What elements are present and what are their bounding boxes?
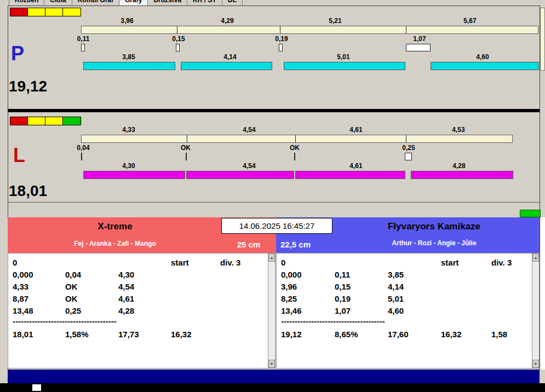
lane-p-dog-time: 4,14 xyxy=(208,53,252,61)
status-bar xyxy=(8,370,540,383)
lane-p-dog-time: 5,01 xyxy=(322,53,365,61)
lane-l-cumulative-time: 4,33 xyxy=(107,126,151,134)
crossing-marker xyxy=(81,44,85,51)
lane-l-status-lights xyxy=(10,117,81,125)
bottom-black-bar xyxy=(0,383,545,392)
team-right-jump-height: 22,5 cm xyxy=(280,240,311,249)
table-cell: OK xyxy=(65,293,118,305)
table-cell: 0 xyxy=(281,257,335,269)
lane-l-timeline-bar xyxy=(81,135,513,143)
status-light xyxy=(10,8,28,16)
lane-p-cumulative-time: 5,67 xyxy=(448,17,492,25)
lane-l-crossing-value: OK xyxy=(278,144,311,152)
timeline-tick xyxy=(295,135,296,142)
crossing-marker xyxy=(81,153,82,160)
table-row: 0,000 0,11 3,85 xyxy=(281,269,530,281)
lane-l-letter: L xyxy=(13,146,25,165)
team-left-dogs: Fej - Aranka - Zafi - Mango xyxy=(8,240,222,247)
table-separator: -------------------------------------- xyxy=(13,317,266,325)
lane-p-run-bar xyxy=(431,62,539,70)
scroll-up-icon[interactable]: ▲ xyxy=(532,253,539,262)
table-cell: 4,14 xyxy=(388,281,441,293)
lane-l-dog-time: 4,54 xyxy=(227,162,271,170)
status-light xyxy=(63,8,81,16)
table-cell: 0,25 xyxy=(65,305,118,317)
table-cell: 13,48 xyxy=(13,305,65,317)
timing-app-window: Rozběh Čidla Kombi Graf Grafy Družstva K… xyxy=(0,0,545,392)
table-cell: 4,61 xyxy=(118,293,171,305)
timeline-tick xyxy=(406,135,406,142)
team-left-scrollbar[interactable]: ▲ ▼ xyxy=(268,253,275,368)
status-light xyxy=(10,117,28,125)
table-cell xyxy=(220,293,266,305)
crossing-marker xyxy=(405,153,412,160)
table-row: 13,48 0,25 4,28 xyxy=(13,305,266,317)
table-cell xyxy=(491,305,530,317)
team-left-name: X-treme xyxy=(8,221,222,232)
lane-l-run-bar xyxy=(295,171,405,179)
lane-l-crossing-value: OK xyxy=(169,144,202,152)
lane-p-total-time: 19,12 xyxy=(9,79,47,94)
status-light xyxy=(28,117,45,125)
scroll-down-icon[interactable]: ▼ xyxy=(268,360,275,368)
lane-l-total-time: 18,01 xyxy=(9,183,47,199)
crossing-marker xyxy=(279,44,283,51)
table-row: 13,46 1,07 4,60 xyxy=(281,305,530,317)
crossing-marker-wide xyxy=(406,44,431,51)
lane-p-crossing-value: 0,15 xyxy=(162,35,195,43)
lane-divider xyxy=(8,109,540,112)
lane-p-dog-time: 3,85 xyxy=(107,53,151,61)
table-header-row: 0 start div. 3 xyxy=(281,257,530,269)
lane-p-crossing-value: 0,19 xyxy=(265,35,298,43)
table-cell: 4,33 xyxy=(13,281,65,293)
table-cell xyxy=(171,305,220,317)
table-cell xyxy=(171,269,220,281)
team-right-scrollbar[interactable]: ▲ ▼ xyxy=(532,253,539,368)
team-left-jump-height: 25 cm xyxy=(221,240,276,249)
lane-l-crossing-value: 0,04 xyxy=(67,144,100,152)
team-right-name: Flyvaryors Kamikaze xyxy=(329,221,540,232)
lane-l-dog-time: 4,61 xyxy=(334,162,378,170)
table-cell: div. 3 xyxy=(491,257,530,269)
table-cell: 17,60 xyxy=(388,328,441,341)
table-cell xyxy=(220,281,266,293)
lane-p-run-bar xyxy=(83,62,175,70)
lane-p-timeline-bar xyxy=(81,26,538,34)
lane-l-run-bar xyxy=(186,171,294,179)
table-cell: 3,96 xyxy=(281,281,335,293)
lane-l-cumulative-time: 4,53 xyxy=(437,126,480,134)
table-cell: 18,01 xyxy=(13,328,65,341)
table-cell: 0,19 xyxy=(335,293,388,305)
lane-l-run-bar xyxy=(411,171,513,179)
table-cell: 0,15 xyxy=(335,281,388,293)
table-cell: 3,85 xyxy=(388,269,441,281)
table-cell: start xyxy=(171,257,220,269)
table-cell: 0 xyxy=(13,257,65,269)
timeline-tick xyxy=(187,135,187,142)
lane-l-dog-time: 4,30 xyxy=(107,162,151,170)
table-cell xyxy=(220,269,266,281)
right-edge-partial-bar xyxy=(540,8,545,71)
green-action-button[interactable] xyxy=(520,210,541,217)
table-cell xyxy=(441,269,491,281)
lane-p-cumulative-time: 5,21 xyxy=(313,17,357,25)
lane-l-bottom-border xyxy=(8,202,540,203)
table-cell xyxy=(118,257,171,269)
scroll-up-icon[interactable]: ▲ xyxy=(268,253,275,262)
table-cell: 17,73 xyxy=(118,328,171,341)
table-row: 4,33 OK 4,54 xyxy=(13,281,266,293)
lane-l-dog-time: 4,28 xyxy=(437,162,481,170)
team-right-dogs: Arthur - Rozi - Angie - Jůlie xyxy=(329,239,540,247)
table-row: 0,000 0,04 4,30 xyxy=(13,269,266,281)
table-cell xyxy=(441,305,491,317)
team-left-table-body: 0 start div. 3 0,000 0,04 4,30 4,33 OK 4… xyxy=(13,257,266,341)
scroll-down-icon[interactable]: ▼ xyxy=(532,360,539,368)
lane-p-crossing-value: 0,11 xyxy=(67,35,100,43)
lane-l-cumulative-time: 4,54 xyxy=(227,126,271,134)
table-cell xyxy=(171,293,220,305)
table-cell xyxy=(171,281,220,293)
status-light xyxy=(45,8,63,16)
table-separator: -------------------------------------- xyxy=(281,317,530,325)
crossing-marker xyxy=(176,44,180,51)
table-cell xyxy=(491,269,530,281)
